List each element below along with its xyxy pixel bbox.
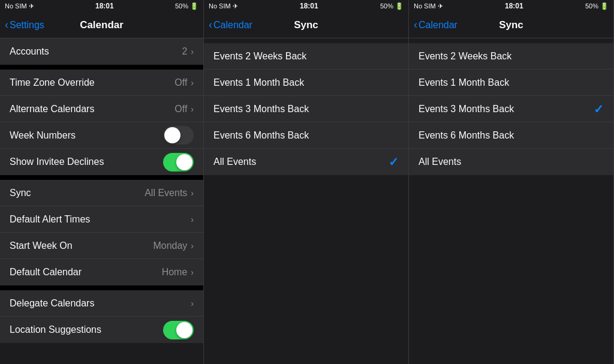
sync-1month-label-mid: Events 1 Month Back [213,77,399,88]
sync-2weeks-label-right: Events 2 Weeks Back [419,51,604,62]
sync-value: All Events [145,188,187,198]
calendar-settings-list: Accounts 2 › Time Zone Override Off › Al… [0,38,203,364]
calendar-back-button-right[interactable]: ‹ Calendar [414,19,458,31]
back-label-right: Calendar [419,20,458,31]
location-sug-toggle[interactable] [163,321,194,339]
checkmark-icon-mid: ✓ [389,155,399,169]
show-invitee-toggle[interactable] [163,153,194,172]
status-right-left: No SIM ✈ [414,2,443,10]
sync-3months-right[interactable]: Events 3 Months Back ✓ [409,96,613,122]
sync-allevents-label-right: All Events [419,157,604,167]
start-week-label: Start Week On [10,240,153,251]
alt-calendars-label: Alternate Calendars [10,104,174,115]
status-mid-right: 50% 🔋 [380,2,404,10]
sync-row[interactable]: Sync All Events › [0,180,203,206]
sync-1month-mid[interactable]: Events 1 Month Back [204,70,408,96]
accounts-chevron-icon: › [191,47,194,56]
sync-6months-label-right: Events 6 Months Back [419,130,604,141]
battery-label: 50% 🔋 [175,2,198,10]
delegate-group: Delegate Calendars › Location Suggestion… [0,290,203,343]
nav-title-sync-right: Sync [499,19,523,31]
checkmark-icon-right: ✓ [594,102,604,116]
accounts-badge: 2 [182,46,187,57]
toggle-knob-3 [176,322,192,338]
delegate-cal-row[interactable]: Delegate Calendars › [0,290,203,317]
show-invitee-label: Show Invitee Declines [10,157,163,167]
alt-calendars-row[interactable]: Alternate Calendars Off › [0,96,203,122]
status-bar-mid: No SIM ✈ 18:01 50% 🔋 [204,0,408,12]
section-gap-3 [0,285,203,290]
sync-1month-right[interactable]: Events 1 Month Back [409,70,613,96]
back-label-mid: Calendar [213,20,252,31]
default-cal-row[interactable]: Default Calendar Home › [0,259,203,285]
status-mid-left: No SIM ✈ [209,2,238,10]
calendar-settings-panel: No SIM ✈ 18:01 50% 🔋 ‹ Settings Calendar… [0,0,204,364]
accounts-group: Accounts 2 › [0,38,203,65]
show-invitee-row[interactable]: Show Invitee Declines [0,149,203,175]
timezone-value: Off [174,77,187,88]
sync-6months-right[interactable]: Events 6 Months Back [409,122,613,149]
no-sim-right: No SIM ✈ [414,2,443,10]
status-right: 50% 🔋 [175,2,198,10]
start-week-value: Monday [153,240,187,251]
timezone-group: Time Zone Override Off › Alternate Calen… [0,70,203,175]
sync-options-right: Events 2 Weeks Back Events 1 Month Back … [409,43,613,175]
sync-panel-right: No SIM ✈ 18:01 50% 🔋 ‹ Calendar Sync Eve… [409,0,614,364]
start-week-row[interactable]: Start Week On Monday › [0,233,203,259]
toggle-knob-2 [176,154,192,170]
accounts-label: Accounts [10,46,182,57]
location-sug-label: Location Suggestions [10,324,163,335]
timezone-label: Time Zone Override [10,77,174,88]
sync-2weeks-mid[interactable]: Events 2 Weeks Back [204,43,408,70]
sync-allevents-mid[interactable]: All Events ✓ [204,149,408,175]
sync-2weeks-right[interactable]: Events 2 Weeks Back [409,43,613,70]
delegate-cal-chevron-icon: › [191,299,194,308]
sync-list-right: Events 2 Weeks Back Events 1 Month Back … [409,38,613,364]
default-cal-chevron-icon: › [191,267,194,277]
status-mid-time: 18:01 [300,2,318,10]
location-sug-row[interactable]: Location Suggestions [0,317,203,343]
sync-panel-mid: No SIM ✈ 18:01 50% 🔋 ‹ Calendar Sync Eve… [204,0,409,364]
sync-3months-label-right: Events 3 Months Back [419,104,594,115]
default-cal-label: Default Calendar [10,267,162,278]
status-bar-right: No SIM ✈ 18:01 50% 🔋 [409,0,613,12]
settings-back-button[interactable]: ‹ Settings [5,19,44,31]
calendar-back-button-mid[interactable]: ‹ Calendar [209,19,252,31]
sync-3months-mid[interactable]: Events 3 Months Back [204,96,408,122]
chevron-left-mid-icon: ‹ [209,19,212,31]
section-gap-2 [0,175,203,180]
start-week-chevron-icon: › [191,241,194,251]
battery-mid: 50% 🔋 [380,2,404,10]
sync-group: Sync All Events › Default Alert Times › … [0,180,203,285]
nav-bar-right: ‹ Calendar Sync [409,12,613,38]
nav-title-calendar: Calendar [80,19,124,31]
sync-chevron-icon: › [191,188,194,198]
chevron-left-right-icon: ‹ [414,19,417,31]
nav-title-sync-mid: Sync [294,19,318,31]
no-sim-label: No SIM ✈ [5,2,34,10]
default-alert-chevron-icon: › [191,215,194,224]
nav-bar-mid: ‹ Calendar Sync [204,12,408,38]
sync-label: Sync [10,188,145,198]
week-numbers-toggle[interactable] [163,126,194,145]
delegate-cal-label: Delegate Calendars [10,298,191,309]
sync-6months-mid[interactable]: Events 6 Months Back [204,122,408,149]
timezone-chevron-icon: › [191,78,194,88]
week-numbers-row[interactable]: Week Numbers [0,122,203,149]
back-label: Settings [10,20,44,31]
toggle-knob [164,127,180,143]
status-right-time: 18:01 [505,2,523,10]
alt-calendars-value: Off [174,104,187,115]
section-gap-1 [0,65,203,70]
status-right-right: 50% 🔋 [585,2,609,10]
battery-right: 50% 🔋 [585,2,609,10]
sync-allevents-right[interactable]: All Events [409,149,613,175]
timezone-row[interactable]: Time Zone Override Off › [0,70,203,96]
accounts-row[interactable]: Accounts 2 › [0,38,203,65]
sync-6months-label-mid: Events 6 Months Back [213,130,399,141]
alt-calendars-chevron-icon: › [191,104,194,114]
default-alert-row[interactable]: Default Alert Times › [0,206,203,233]
sync-2weeks-label-mid: Events 2 Weeks Back [213,51,399,62]
default-alert-label: Default Alert Times [10,214,191,225]
chevron-left-icon: ‹ [5,19,8,31]
